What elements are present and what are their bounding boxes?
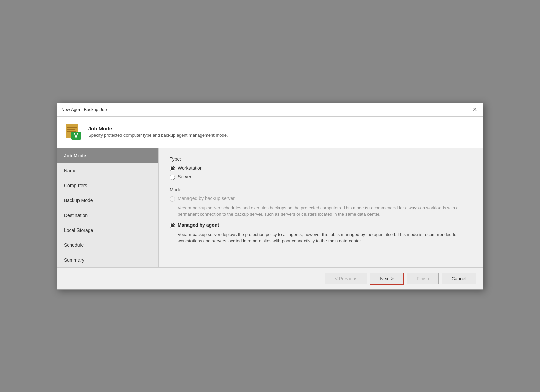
sidebar-item-summary[interactable]: Summary [57,253,158,267]
mode-radio-group: Managed by backup server Veeam backup se… [170,196,472,244]
sidebar-item-backup-mode[interactable]: Backup Mode [57,193,158,208]
sidebar-item-schedule[interactable]: Schedule [57,238,158,253]
type-label: Type: [170,156,472,162]
dialog-title: New Agent Backup Job [61,107,107,112]
finish-button[interactable]: Finish [407,273,439,284]
cancel-button[interactable]: Cancel [442,273,476,284]
mode-label: Mode: [170,187,472,192]
footer: < Previous Next > Finish Cancel [57,267,483,289]
close-button[interactable]: ✕ [471,106,479,114]
managed-server-description: Veeam backup server schedules and execut… [178,204,472,218]
dialog: New Agent Backup Job ✕ V Job Mode Specif… [57,103,483,290]
header-section: V Job Mode Specify protected computer ty… [57,117,483,148]
svg-text:V: V [74,132,78,139]
workstation-radio[interactable] [170,166,175,171]
sidebar-item-job-mode[interactable]: Job Mode [57,148,158,163]
managed-agent-label[interactable]: Managed by agent [178,222,219,228]
body-section: Job Mode Name Computers Backup Mode Dest… [57,148,483,267]
svg-rect-2 [67,127,77,128]
sidebar-item-destination[interactable]: Destination [57,208,158,223]
header-text: Job Mode Specify protected computer type… [88,126,228,138]
job-mode-icon: V [64,122,83,141]
server-label[interactable]: Server [178,174,192,179]
server-radio-item: Server [170,174,472,180]
header-title: Job Mode [88,126,228,131]
sidebar-item-name[interactable]: Name [57,163,158,178]
managed-agent-description: Veeam backup server deploys the protecti… [178,231,472,244]
previous-button[interactable]: < Previous [325,273,367,284]
managed-server-radio[interactable] [170,196,175,202]
sidebar: Job Mode Name Computers Backup Mode Dest… [57,148,159,267]
type-radio-group: Workstation Server [170,165,472,180]
svg-rect-3 [67,129,75,130]
managed-server-label[interactable]: Managed by backup server [178,196,235,201]
managed-agent-radio[interactable] [170,223,175,228]
managed-agent-radio-item: Managed by agent [170,222,472,228]
header-subtitle: Specify protected computer type and back… [88,133,228,138]
workstation-label[interactable]: Workstation [178,165,203,171]
main-content: Type: Workstation Server Mode: Managed b… [159,148,483,267]
next-button[interactable]: Next > [370,273,404,285]
title-bar: New Agent Backup Job ✕ [57,103,483,117]
sidebar-item-local-storage[interactable]: Local Storage [57,223,158,238]
workstation-radio-item: Workstation [170,165,472,171]
managed-server-radio-item: Managed by backup server [170,196,472,202]
server-radio[interactable] [170,175,175,180]
sidebar-item-computers[interactable]: Computers [57,178,158,193]
